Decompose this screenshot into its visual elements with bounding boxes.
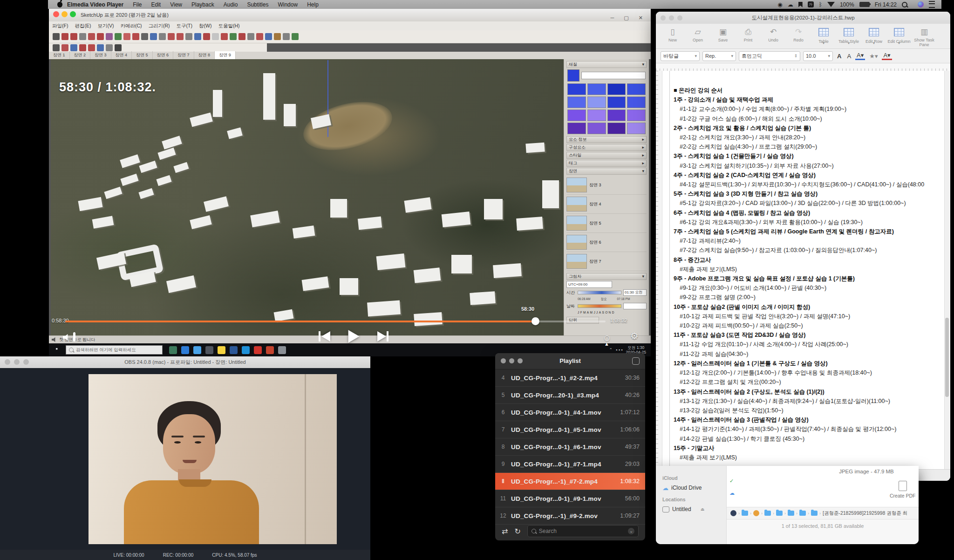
- sketchup-menu-item[interactable]: 카메라(C): [117, 23, 145, 29]
- date-value-box[interactable]: [623, 303, 647, 309]
- viewport-3d[interactable]: 58:30 / 1:08:32.: [51, 59, 564, 335]
- sketchup-tool-icon[interactable]: [53, 33, 60, 40]
- material-dropdown[interactable]: [581, 72, 646, 79]
- sketchup-tool-icon[interactable]: [150, 33, 157, 40]
- playlist-row[interactable]: 9 UD_CG-Progr...0-1)_#7-1.mp4 29:03: [495, 456, 645, 473]
- hwp-toolbar-button[interactable]: ▱ Open: [686, 27, 710, 42]
- user-icon[interactable]: [753, 510, 759, 516]
- menu-item[interactable]: Window: [273, 1, 302, 8]
- menu-item[interactable]: Edit: [147, 1, 166, 8]
- windows-search-box[interactable]: 검색하려면 여기에 입력하세요: [66, 345, 163, 355]
- material-swatch[interactable]: [587, 83, 606, 95]
- sketchup-menu-item[interactable]: 그리기(R): [145, 23, 173, 29]
- folder-icon[interactable]: [799, 511, 806, 516]
- sketchup-tool-icon[interactable]: [123, 33, 130, 40]
- scene-thumb-row[interactable]: 장면 4: [566, 195, 647, 214]
- menu-item[interactable]: View: [165, 1, 187, 8]
- obs-menubar-icon[interactable]: ◉: [777, 2, 782, 7]
- scene-thumbnail[interactable]: [566, 197, 587, 212]
- sketchup-menu-item[interactable]: 도구(T): [173, 23, 196, 29]
- highlight-color-button[interactable]: A▾: [882, 52, 892, 60]
- time-value-box[interactable]: 01:30 오전: [623, 289, 647, 296]
- tray-section-bar[interactable]: 요소 정보▸: [566, 136, 647, 143]
- folder-icon[interactable]: [776, 511, 783, 516]
- sketchup-tool-icon[interactable]: [53, 44, 60, 51]
- material-swatch[interactable]: [607, 96, 626, 108]
- play-button[interactable]: [348, 330, 360, 343]
- hwp-toolbar-button[interactable]: ▾ Table: [811, 27, 836, 44]
- hwp-toolbar-button[interactable]: ▥ Show Task Pane: [912, 27, 936, 47]
- volume-slider[interactable]: [73, 332, 75, 341]
- battery-icon[interactable]: [859, 2, 870, 7]
- wifi-icon[interactable]: [827, 2, 835, 7]
- scene-tab[interactable]: 장면 4: [111, 51, 132, 59]
- airplay-icon[interactable]: ◯▲: [604, 335, 610, 347]
- playlist-row[interactable]: 6 UD_CG-Progr...0-1)_#4-1.mov 1:07:12: [495, 404, 645, 421]
- time-slider[interactable]: [578, 291, 621, 294]
- kakaotalk-icon[interactable]: [218, 346, 225, 354]
- spotlight-search-icon[interactable]: [902, 2, 907, 7]
- material-swatch[interactable]: [627, 96, 646, 108]
- hwp-toolbar-button[interactable]: ▾ Edit Column: [887, 27, 911, 44]
- cloud-menubar-icon[interactable]: ☁: [788, 2, 793, 7]
- font-size-dropdown[interactable]: 10.0▾: [803, 51, 833, 61]
- playlist-row[interactable]: 8 UD_CG-Progr...0-1)_#6-1.mov 49:37: [495, 438, 645, 456]
- sketchup-tool-icon[interactable]: [106, 44, 113, 51]
- sketchup-tool-icon[interactable]: [168, 33, 175, 40]
- chrome-icon[interactable]: [193, 346, 201, 354]
- tray-section-bar[interactable]: 스타일▸: [566, 152, 647, 159]
- folder-icon[interactable]: [764, 511, 771, 516]
- material-swatch[interactable]: [587, 123, 606, 134]
- playlist-close-button[interactable]: [501, 358, 506, 363]
- scene-thumbnail[interactable]: [566, 216, 587, 231]
- material-swatch[interactable]: [607, 123, 626, 134]
- playlist-row[interactable]: 4 UD_CG-Progr...-1)_#2-2.mp4 30:36: [495, 369, 645, 387]
- playlist-search-input[interactable]: Search ⌄: [527, 525, 639, 537]
- sketchup-menu-item[interactable]: 편집(E): [71, 23, 94, 29]
- edge-icon[interactable]: [242, 346, 250, 354]
- sketchup-tool-icon[interactable]: [106, 33, 113, 40]
- close-traffic-light[interactable]: [53, 11, 59, 17]
- scene-thumb-row[interactable]: 장면 6: [566, 233, 647, 252]
- word-icon[interactable]: [230, 346, 238, 354]
- italic-button[interactable]: A: [845, 53, 852, 60]
- scene-tab[interactable]: 장면 2: [70, 51, 91, 59]
- hwp-close-button[interactable]: [661, 15, 666, 20]
- sketchup-tool-icon[interactable]: [194, 33, 201, 40]
- sketchup-tool-icon[interactable]: [61, 33, 68, 40]
- settings-gear-icon[interactable]: ⚙: [630, 330, 639, 341]
- sketchup-menu-item[interactable]: 창(W): [196, 23, 215, 29]
- hwp-zoom-button[interactable]: [677, 15, 682, 20]
- menu-item[interactable]: Subtitles: [242, 1, 273, 8]
- sketchup-tool-icon[interactable]: [212, 33, 219, 40]
- sketchup-icon[interactable]: [278, 346, 286, 354]
- sketchup-tool-icon[interactable]: [247, 33, 254, 40]
- playlist-row[interactable]: 11 UD_CG-Progr...0-1)_#9-1.mov 56:00: [495, 490, 645, 507]
- menu-item[interactable]: Help: [302, 1, 323, 8]
- apple-logo-icon[interactable]: [57, 2, 62, 7]
- mail-icon[interactable]: [169, 346, 177, 354]
- playlist-row[interactable]: Ⅱ UD_CG-Progr...-1)_#7-2.mp4 1:08:32: [495, 473, 645, 490]
- scene-thumb-row[interactable]: 장면 3: [566, 176, 647, 195]
- eject-icon[interactable]: ⏏: [701, 507, 705, 512]
- scene-tab[interactable]: 장면 5: [132, 51, 153, 59]
- menu-app-name[interactable]: Elmedia Video Player: [62, 1, 128, 8]
- scenes-section-header[interactable]: 장면▾: [566, 168, 647, 175]
- zoom-traffic-light[interactable]: [70, 11, 76, 17]
- playlist-window-icon[interactable]: [632, 357, 640, 365]
- folder-icon[interactable]: [788, 511, 794, 516]
- material-swatch[interactable]: [627, 109, 646, 121]
- siri-icon[interactable]: [918, 1, 924, 7]
- windows-start-icon[interactable]: [56, 348, 60, 352]
- scene-thumb-row[interactable]: 장면 7: [566, 252, 647, 271]
- style-dropdown[interactable]: 바탕글▾: [661, 51, 700, 61]
- sketchup-menu-item[interactable]: 도움말(H): [215, 23, 243, 29]
- sketchup-tool-icon[interactable]: [283, 33, 290, 40]
- materials-section-header[interactable]: 재질▾: [566, 61, 647, 68]
- minimize-traffic-light[interactable]: [61, 11, 68, 17]
- menubar-clock[interactable]: Fri 14:22: [875, 1, 897, 8]
- sketchup-menu-item[interactable]: 파일(F): [49, 23, 71, 29]
- hwp-minimize-button[interactable]: [669, 15, 674, 20]
- folder-icon[interactable]: [811, 511, 818, 516]
- previous-button[interactable]: [321, 331, 330, 341]
